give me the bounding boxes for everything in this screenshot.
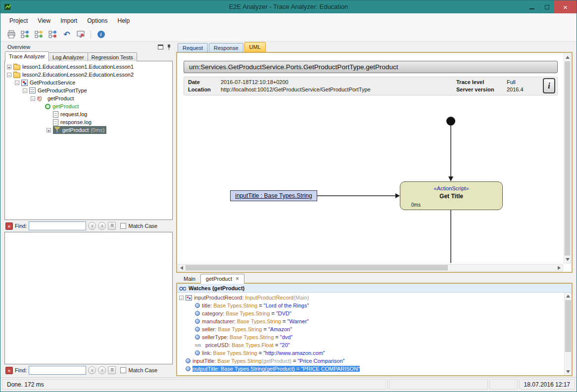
scrollbar-thumb[interactable] [565, 300, 571, 352]
info-icon[interactable]: i [96, 30, 106, 40]
object-node-input-title[interactable]: inputTitle : Base Types.String [230, 190, 317, 201]
watch-row-sellertype[interactable]: sellerType:Base Types.String = "dvd" [177, 333, 572, 341]
close-button[interactable]: × [554, 0, 577, 13]
watch-value: "Amazon" [268, 326, 292, 332]
print-icon[interactable] [6, 30, 16, 40]
expander-icon[interactable]: - [7, 73, 11, 77]
close-find-button[interactable]: × [5, 367, 13, 374]
scroll-down-icon[interactable] [566, 258, 570, 261]
float-panel-icon[interactable] [158, 44, 163, 49]
tab-request[interactable]: Request [178, 43, 208, 52]
export-log-icon[interactable] [76, 30, 86, 40]
close-find-button[interactable]: × [5, 222, 13, 230]
diagram-vertical-scrollbar[interactable] [564, 53, 571, 263]
expander-icon[interactable]: + [47, 128, 51, 132]
string-variable-icon [186, 366, 191, 371]
scroll-left-icon[interactable] [180, 266, 183, 270]
watch-row-seller[interactable]: seller:Base Types.String = "Amazon" [177, 325, 572, 333]
initial-node[interactable] [446, 117, 455, 126]
trace-icon [54, 127, 60, 133]
string-variable-icon [195, 319, 200, 324]
folder-icon [13, 73, 20, 78]
watch-row-outputtitle[interactable]: outputTitle:Base Types.String(getProduct… [177, 365, 572, 373]
watch-row-manufacturer[interactable]: manufacturer:Base Types.String = "Warner… [177, 317, 572, 325]
tab-trace-analyzer[interactable]: Trace Analyzer [5, 51, 49, 61]
tab-log-analyzer[interactable]: Log Analyzer [48, 52, 88, 61]
activity-node-get-title[interactable]: «ActionScript» Get Title 0ms [400, 181, 503, 210]
find-options-button[interactable]: ≡ [108, 222, 116, 230]
tree-item-label: lesson2.EducationLesson2.EducationLesson… [22, 72, 134, 78]
watch-context: (Main) [293, 295, 309, 301]
expander-icon[interactable]: - [15, 81, 19, 85]
watch-type: Base Types.String [221, 366, 265, 372]
scroll-right-icon[interactable] [558, 266, 561, 270]
tree-item-lesson1[interactable]: +lesson1.EducationLesson1.EducationLesso… [5, 63, 172, 71]
overview-panel: Overview Trace Analyzer Log Analyzer Reg… [4, 43, 173, 376]
scroll-up-icon[interactable] [566, 295, 570, 298]
watch-row-priceusd[interactable]: 0.01priceUSD:Base Types.Float = "20" [177, 341, 572, 349]
tree-item-getproduct-script[interactable]: getProduct [5, 102, 172, 110]
scroll-down-icon[interactable] [566, 370, 570, 373]
watch-row-title[interactable]: title:Base Types.String = "Lord of the R… [177, 302, 572, 309]
watch-text: outputTitle:Base Types.String(getProduct… [192, 366, 360, 372]
expand-tree-icon[interactable] [20, 30, 30, 40]
maximize-button[interactable] [539, 0, 554, 13]
import-tree-icon[interactable] [34, 30, 44, 40]
tree-item-getproductservice[interactable]: -GetProductService [5, 79, 172, 87]
selected-tree-item[interactable]: getProduct(0ms) [53, 126, 106, 134]
watch-type: Base Types.String [218, 326, 262, 332]
expander-icon[interactable]: - [23, 88, 27, 93]
minimize-button[interactable] [525, 0, 539, 13]
tree-item-getproduct-operation[interactable]: -f()getProduct [5, 94, 172, 102]
tree-item-lesson2[interactable]: -lesson2.EducationLesson2.EducationLesso… [5, 71, 172, 79]
find-previous-button[interactable]: ∧ [98, 366, 106, 374]
watch-row-inputproductrecord[interactable]: -inputProductRecord:InputProductRecord(M… [177, 294, 572, 302]
match-case-checkbox[interactable] [120, 367, 126, 373]
diagram-horizontal-scrollbar[interactable] [178, 264, 563, 271]
overview-header: Overview [4, 43, 173, 51]
scroll-up-icon[interactable] [566, 56, 570, 59]
scrollbar-thumb[interactable] [186, 265, 448, 270]
trace-tree: +lesson1.EducationLesson1.EducationLesso… [4, 61, 173, 220]
tree-item-getproduct-trace[interactable]: +getProduct(0ms) [5, 126, 172, 134]
menu-view[interactable]: View [33, 15, 55, 27]
watches-panel: Watches (getProduct) -inputProductRecord… [176, 283, 573, 376]
watch-row-category[interactable]: category:Base Types.String = "DVD" [177, 309, 572, 317]
tree-item-label: GetProductPortType [38, 87, 87, 93]
pin-panel-icon[interactable] [167, 44, 172, 50]
expander-icon[interactable]: + [7, 65, 11, 69]
menu-help[interactable]: Help [113, 15, 135, 27]
viewer-panel: Request Response UML urn:Services.GetPro… [176, 43, 573, 376]
undo-icon[interactable]: ↶ [62, 30, 72, 40]
find-next-button[interactable]: ∨ [88, 222, 96, 230]
tree-item-response-log[interactable]: response.log [5, 118, 172, 126]
info-button[interactable]: i [543, 78, 555, 93]
tab-main[interactable]: Main [179, 274, 200, 283]
find-next-button[interactable]: ∨ [88, 366, 96, 374]
watch-row-inputtitle[interactable]: inputTitle:Base Types.String(getProduct)… [177, 357, 572, 365]
tree-item-getproductporttype[interactable]: -GetProductPortType [5, 87, 172, 94]
menu-options[interactable]: Options [82, 15, 112, 27]
tab-regression-tests[interactable]: Regression Tests [88, 52, 137, 61]
match-case-checkbox[interactable] [120, 223, 126, 229]
tab-response[interactable]: Response [209, 43, 243, 52]
find-input[interactable] [29, 221, 86, 230]
menu-import[interactable]: Import [55, 15, 82, 27]
watches-vertical-scrollbar[interactable] [564, 293, 572, 375]
expander-icon[interactable]: - [179, 296, 184, 300]
log-file-icon [53, 111, 58, 118]
tab-close-icon[interactable]: × [236, 276, 239, 281]
expander-icon[interactable]: - [31, 96, 35, 101]
menu-project[interactable]: Project [4, 15, 33, 27]
tab-uml[interactable]: UML [244, 42, 266, 52]
refresh-tree-icon[interactable] [48, 30, 58, 40]
find-previous-button[interactable]: ∧ [98, 222, 106, 230]
scrollbar-thumb[interactable] [565, 61, 570, 256]
find-options-button[interactable]: ≡ [108, 366, 116, 374]
find-input[interactable] [29, 366, 86, 375]
tree-item-request-log[interactable]: request.log [5, 110, 172, 118]
watch-row-link[interactable]: link:Base Types.String = "http://www.ama… [177, 349, 572, 357]
tab-getproduct[interactable]: getProduct× [200, 274, 244, 284]
app-icon [4, 3, 12, 11]
tree-item-label: GetProductService [30, 80, 75, 86]
